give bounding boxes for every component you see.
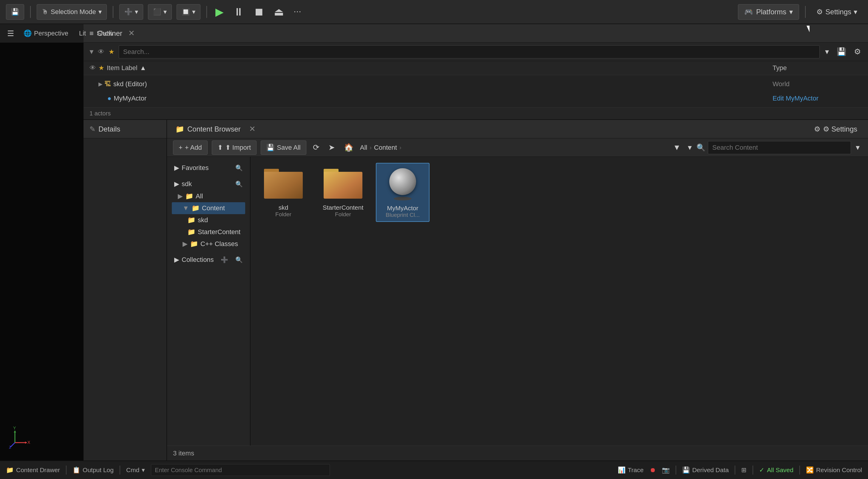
output-log-icon: 📋 [72, 467, 80, 474]
actor-icon: ● [107, 95, 111, 102]
file-type-starter: Folder [335, 211, 351, 218]
cb-header: 📁 Content Browser ✕ ⚙ ⚙ Settings [167, 120, 868, 138]
breadcrumb-content[interactable]: Content [374, 144, 397, 152]
save-all-label: Save All [277, 144, 301, 152]
tree-item-type: World [773, 80, 862, 88]
breadcrumb-sep-2: › [399, 144, 402, 151]
derived-data-button[interactable]: 💾 Derived Data [682, 467, 729, 474]
add-button[interactable]: + + Add [173, 140, 208, 155]
folder-tree: ▶ Favorites 🔍 ▶ sdk 🔍 [167, 157, 251, 446]
sidebar-item-skd[interactable]: 📁 skd [172, 214, 245, 226]
pause-button[interactable]: ⏸ [231, 4, 246, 20]
cb-nav-back-button[interactable]: ⟳ [311, 140, 322, 155]
collections-header[interactable]: ▶ Collections ➕ 🔍 [172, 254, 245, 266]
content-drawer-button[interactable]: 📁 Content Drawer [6, 467, 60, 474]
all-expand-icon: ▶ [178, 192, 183, 200]
viewport-show-tab[interactable]: Show [93, 28, 117, 39]
stop-icon: ⏹ [253, 6, 264, 18]
sidebar-item-cpp-classes[interactable]: ▶ 📁 C++ Classes [172, 238, 245, 250]
selection-mode-label: Selection Mode [51, 8, 96, 16]
outliner-save-icon[interactable]: 💾 [834, 44, 848, 60]
tree-arrow-icon: ▶ [98, 81, 103, 87]
save-button[interactable]: 💾 [6, 4, 24, 20]
all-saved-button[interactable]: ✓ All Saved [759, 467, 794, 474]
sdk-header[interactable]: ▶ sdk 🔍 [172, 178, 245, 190]
cb-nav-forward-button[interactable]: ➤ [326, 140, 337, 155]
outliner-filter-button[interactable]: ▼ [88, 48, 95, 56]
viewport: ☰ 🌐 Perspective Lit Show X Y Z [0, 24, 84, 460]
viewport-perspective-tab[interactable]: 🌐 Perspective [20, 28, 72, 39]
content-browser-tab[interactable]: 📁 Content Browser [173, 125, 243, 133]
collections-search-button[interactable]: 🔍 [235, 256, 243, 263]
cb-nav-home-button[interactable]: 🏠 [342, 140, 356, 155]
snap-button[interactable]: 🔲 ▾ [177, 4, 200, 20]
sdk-search-button[interactable]: 🔍 [235, 181, 243, 188]
transform-button[interactable]: ⬛ ▾ [148, 4, 172, 20]
blueprint-thumbnail-mymyactor [382, 166, 424, 202]
save-icon: 💾 [11, 8, 19, 16]
list-item[interactable]: skd Folder [256, 163, 310, 222]
cb-search-options-button[interactable]: ▾ [854, 140, 862, 155]
save-all-button[interactable]: 💾 Save All [261, 140, 306, 155]
toolbar-sep-3 [207, 6, 207, 18]
col-item-label: 👁 ★ Item Label ▲ [90, 64, 773, 72]
add-actor-icon: ➕ [124, 8, 132, 16]
selection-mode-button[interactable]: 🖱 Selection Mode ▾ [37, 4, 107, 20]
collections-section: ▶ Collections ➕ 🔍 [167, 252, 250, 268]
table-row[interactable]: ● MyMyActor Edit MyMyActor [84, 91, 868, 105]
play-button[interactable]: ▶ [213, 4, 226, 20]
favorites-search-button[interactable]: 🔍 [235, 164, 243, 171]
more-options-button[interactable]: ⋯ [291, 4, 304, 20]
cb-settings-button[interactable]: ⚙ ⚙ Settings [809, 121, 862, 137]
visibility-col-icon: 👁 [90, 64, 96, 72]
platforms-button[interactable]: 🎮 Platforms ▾ [738, 4, 799, 20]
content-browser-close-button[interactable]: ✕ [249, 124, 256, 134]
table-row[interactable]: ▶ 🏗 skd (Editor) World [84, 77, 868, 91]
trace-button[interactable]: 📊 Trace [618, 467, 644, 474]
breadcrumb-all[interactable]: All [360, 144, 367, 152]
col-type-header: Type [773, 64, 862, 72]
grid-icon-button[interactable]: ⊞ [741, 467, 747, 474]
sidebar-item-content[interactable]: ▼ 📁 Content [172, 202, 245, 214]
sidebar-item-starter-content[interactable]: 📁 StarterContent [172, 226, 245, 238]
collections-add-button[interactable]: ➕ [221, 256, 228, 263]
edit-mymyactor-link[interactable]: Edit MyMyActor [773, 95, 862, 102]
outliner-close-button[interactable]: ✕ [128, 29, 135, 38]
eject-button[interactable]: ⏏ [272, 4, 286, 20]
favorites-header[interactable]: ▶ Favorites 🔍 [172, 162, 245, 174]
favorites-section: ▶ Favorites 🔍 [167, 160, 250, 176]
cb-settings-label: ⚙ Settings [823, 125, 857, 133]
sidebar-item-all[interactable]: ▶ 📁 All [172, 190, 245, 202]
lower-panel: ✎ Details 📁 Content Browser ✕ ⚙ ⚙ Settin… [84, 120, 868, 460]
svg-text:Y: Y [13, 426, 16, 430]
viewport-canvas[interactable]: X Y Z [0, 43, 84, 460]
cmd-button[interactable]: Cmd ▾ [126, 467, 145, 474]
revision-control-icon: 🔀 [806, 467, 814, 474]
folder-thumbnail-skd [262, 166, 304, 202]
details-icon: ✎ [90, 125, 95, 133]
list-item[interactable]: MyMyActor Blueprint Cl... [376, 163, 430, 222]
import-button[interactable]: ⬆ ⬆ Import [212, 140, 256, 155]
starter-folder-icon: 📁 [187, 228, 195, 236]
cb-filter-button[interactable]: ▼ [671, 140, 683, 155]
output-log-button[interactable]: 📋 Output Log [72, 467, 114, 474]
content-drawer-label: Content Drawer [16, 467, 60, 474]
list-item[interactable]: StarterContent Folder [316, 163, 370, 222]
revision-control-button[interactable]: 🔀 Revision Control [806, 467, 862, 474]
settings-button[interactable]: ⚙ Settings ▾ [812, 4, 862, 20]
record-button[interactable]: ⏺ [650, 467, 656, 474]
add-actor-button[interactable]: ➕ ▾ [119, 4, 143, 20]
content-folder-icon: 📁 [191, 204, 199, 212]
outliner-settings-icon[interactable]: ⚙ [851, 44, 863, 60]
outliner-search-input[interactable] [119, 45, 820, 59]
stop-button[interactable]: ⏹ [251, 4, 267, 20]
camera-button[interactable]: 📷 [662, 467, 670, 474]
console-input[interactable] [151, 464, 330, 476]
settings-gear-icon: ⚙ [816, 8, 823, 16]
viewport-menu-button[interactable]: ☰ [5, 26, 17, 41]
trace-icon: 📊 [618, 467, 625, 474]
outliner-search-dropdown[interactable]: ▾ [823, 44, 831, 60]
viewport-lit-tab[interactable]: Lit [75, 28, 90, 39]
cb-filter-dropdown-button[interactable]: ▾ [685, 140, 694, 155]
cb-search-input[interactable] [708, 141, 851, 154]
